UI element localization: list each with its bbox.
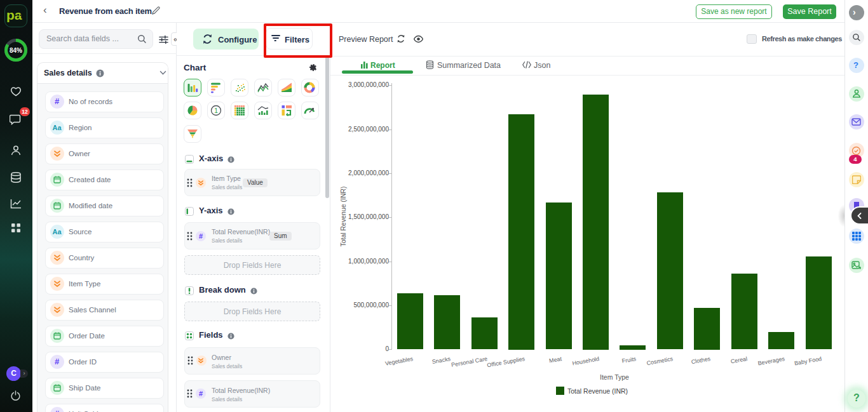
svg-text:1: 1 xyxy=(214,107,218,114)
svg-text:pa: pa xyxy=(6,8,22,22)
svg-text:84%: 84% xyxy=(10,47,22,54)
